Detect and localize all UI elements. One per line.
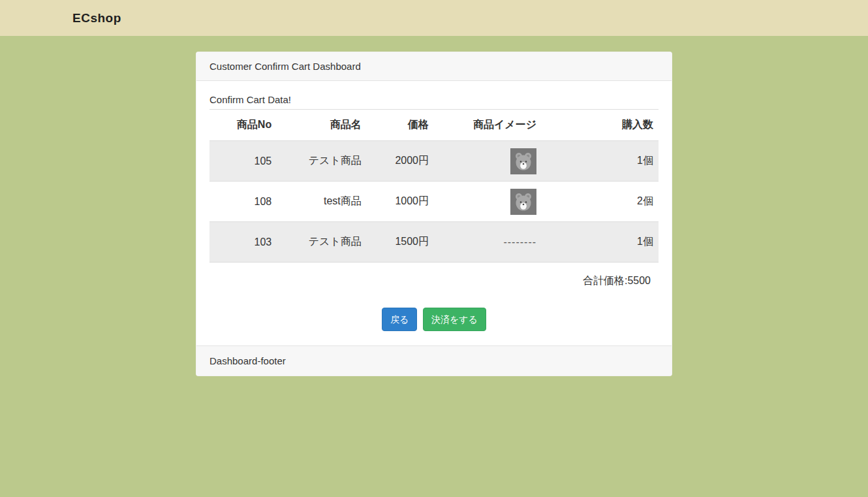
- checkout-button[interactable]: 決済をする: [423, 308, 486, 331]
- cell-price: 1500円: [367, 222, 434, 263]
- cell-product-no: 108: [209, 182, 277, 222]
- card-header-title: Customer Confirm Cart Dashboard: [209, 61, 361, 72]
- column-header-product-name: 商品名: [277, 110, 367, 141]
- cell-quantity: 2個: [542, 182, 659, 222]
- navbar: ECshop: [0, 0, 868, 36]
- cell-product-no: 105: [209, 141, 277, 182]
- cell-price: 2000円: [367, 141, 434, 182]
- cell-product-no: 103: [209, 222, 277, 263]
- cell-product-name: テスト商品: [277, 141, 367, 182]
- cell-product-image: [434, 182, 542, 222]
- bear-placeholder-image: [510, 148, 536, 174]
- total-price-label: 合計価格:5500: [209, 274, 659, 288]
- cart-table: 商品No 商品名 価格 商品イメージ 購入数 105 テスト商品 2000円: [209, 109, 659, 263]
- brand-logo[interactable]: ECshop: [72, 11, 121, 25]
- cell-quantity: 1個: [542, 222, 659, 263]
- no-image-placeholder: --------: [503, 236, 536, 248]
- cell-product-image: --------: [434, 222, 542, 263]
- button-row: 戻る 決済をする: [209, 308, 659, 331]
- table-row: 103 テスト商品 1500円 -------- 1個: [209, 222, 659, 263]
- card-header: Customer Confirm Cart Dashboard: [196, 52, 672, 81]
- main-container: Customer Confirm Cart Dashboard Confirm …: [196, 52, 672, 376]
- card-body: Confirm Cart Data! 商品No 商品名 価格 商品イメージ 購入…: [196, 81, 672, 345]
- column-header-price: 価格: [367, 110, 434, 141]
- back-button[interactable]: 戻る: [382, 308, 417, 331]
- cell-product-name: test商品: [277, 182, 367, 222]
- column-header-product-no: 商品No: [209, 110, 277, 141]
- cell-price: 1000円: [367, 182, 434, 222]
- table-row: 105 テスト商品 2000円 1個: [209, 141, 659, 182]
- column-header-product-image: 商品イメージ: [434, 110, 542, 141]
- cell-product-name: テスト商品: [277, 222, 367, 263]
- card-footer: Dashboard-footer: [196, 345, 672, 376]
- cell-product-image: [434, 141, 542, 182]
- cart-dashboard-card: Customer Confirm Cart Dashboard Confirm …: [196, 52, 672, 376]
- column-header-quantity: 購入数: [542, 110, 659, 141]
- cell-quantity: 1個: [542, 141, 659, 182]
- table-header-row: 商品No 商品名 価格 商品イメージ 購入数: [209, 110, 659, 141]
- table-row: 108 test商品 1000円 2個: [209, 182, 659, 222]
- confirm-cart-title: Confirm Cart Data!: [209, 94, 659, 105]
- card-footer-text: Dashboard-footer: [209, 355, 286, 366]
- bear-placeholder-image: [510, 189, 536, 215]
